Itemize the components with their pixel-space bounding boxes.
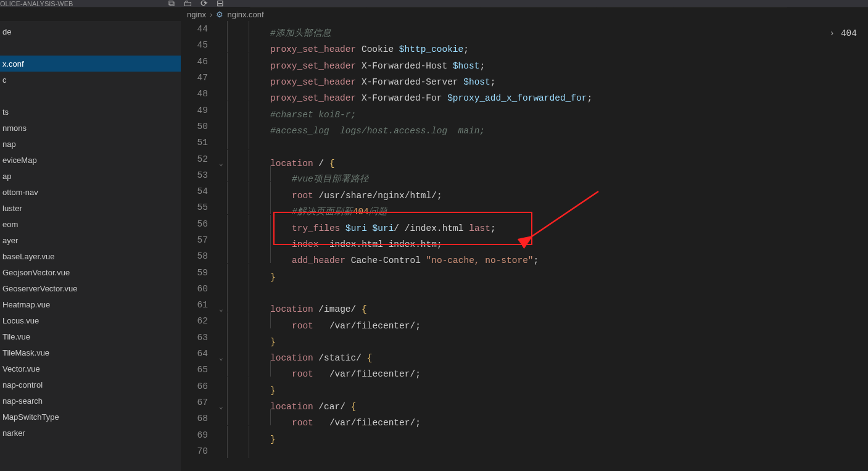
explorer-item[interactable]: eviceMap: [0, 152, 181, 168]
explorer-item[interactable]: nap: [0, 136, 181, 152]
code-line[interactable]: 54root /usr/share/nginx/html/;: [181, 183, 868, 199]
explorer-item[interactable]: ap: [0, 168, 181, 184]
line-number: 70: [181, 446, 220, 456]
code-line[interactable]: 60: [181, 281, 868, 297]
fold-icon[interactable]: ⌄: [219, 305, 223, 313]
explorer-item[interactable]: Heatmap.vue: [0, 296, 181, 312]
breadcrumb-item[interactable]: nginx.conf: [227, 10, 263, 19]
explorer-item[interactable]: nap-control: [0, 377, 181, 393]
code-line[interactable]: 48proxy_set_header X-Forwarded-For $prox…: [181, 86, 868, 102]
code-line[interactable]: 53#vue项目部署路径: [181, 167, 868, 183]
code-line[interactable]: 52⌄location / {: [181, 151, 868, 167]
line-number: 50: [181, 122, 220, 131]
explorer-item[interactable]: eom: [0, 216, 181, 232]
explorer-item[interactable]: ottom-nav: [0, 184, 181, 200]
explorer-item[interactable]: ayer: [0, 232, 181, 248]
explorer-item[interactable]: [0, 40, 181, 56]
line-number: 57: [181, 235, 220, 245]
chevron-right-icon: ›: [210, 10, 212, 19]
collapse-icon[interactable]: ⊟: [217, 0, 224, 7]
breadcrumb-item[interactable]: nginx: [187, 10, 206, 19]
line-number: 52: [181, 154, 220, 164]
line-number: 46: [181, 57, 220, 67]
explorer-item[interactable]: narker: [0, 425, 181, 441]
code-line[interactable]: 69}: [181, 427, 868, 443]
explorer-item[interactable]: baseLayer.vue: [0, 248, 181, 264]
explorer-item[interactable]: de: [0, 23, 181, 40]
explorer-item[interactable]: TileMask.vue: [0, 344, 181, 361]
code-line[interactable]: 70: [181, 443, 868, 459]
explorer-item[interactable]: MapSwitchType: [0, 409, 181, 425]
app-root: OLICE-ANALYSIS-WEB ⧉ 🗀 ⟳ ⊟ ⚙nginx.conf⬡v…: [0, 0, 868, 471]
code-line[interactable]: 50#access_log logs/host.access.log main;: [181, 119, 868, 135]
new-folder-icon[interactable]: 🗀: [183, 0, 192, 7]
explorer-item[interactable]: GeoserverVector.vue: [0, 280, 181, 296]
explorer-item[interactable]: ts: [0, 104, 181, 120]
code-line[interactable]: 46proxy_set_header X-Forwarded-Host $hos…: [181, 54, 868, 70]
line-number: 68: [181, 414, 220, 423]
window-title: OLICE-ANALYSIS-WEB: [0, 0, 73, 7]
code-line[interactable]: 68root /var/filecenter/;: [181, 411, 868, 427]
fold-icon[interactable]: ⌄: [219, 354, 223, 362]
code-line[interactable]: 61⌄location /image/ {: [181, 297, 868, 313]
explorer-item[interactable]: c: [0, 72, 181, 88]
line-number: 60: [181, 284, 220, 294]
explorer-item[interactable]: nmons: [0, 120, 181, 136]
line-number: 47: [181, 73, 220, 83]
code-line[interactable]: 64⌄location /static/ {: [181, 346, 868, 362]
line-number: 53: [181, 170, 220, 180]
code-line[interactable]: 56try_files $uri $uri/ /index.html last;: [181, 216, 868, 232]
code-text: [227, 442, 270, 461]
line-number: 58: [181, 251, 220, 261]
code-line[interactable]: 51: [181, 135, 868, 151]
line-number: 45: [181, 40, 220, 50]
explorer-item[interactable]: nap-search: [0, 393, 181, 409]
line-number: 62: [181, 316, 220, 326]
line-number: 44: [181, 24, 220, 34]
new-file-icon[interactable]: ⧉: [168, 0, 175, 7]
explorer-item[interactable]: Vector.vue: [0, 361, 181, 377]
explorer-item[interactable]: [0, 88, 181, 104]
line-number: 59: [181, 268, 220, 278]
explorer-item[interactable]: GeojsonVector.vue: [0, 264, 181, 280]
workbench-body: dex.confctsnmonsnapeviceMapapottom-navlu…: [0, 21, 868, 471]
line-number: 65: [181, 365, 220, 375]
code-line[interactable]: 49#charset koi8-r;: [181, 102, 868, 118]
code-line[interactable]: 58add_header Cache-Control "no-cache, no…: [181, 248, 868, 264]
refresh-icon[interactable]: ⟳: [200, 0, 208, 7]
line-number: 66: [181, 381, 220, 391]
line-number: 55: [181, 202, 220, 212]
code-line[interactable]: 44#添加头部信息: [181, 21, 868, 37]
title-bar: OLICE-ANALYSIS-WEB ⧉ 🗀 ⟳ ⊟: [0, 0, 868, 7]
explorer-item[interactable]: x.conf: [0, 56, 181, 72]
line-number: 48: [181, 89, 220, 99]
explorer-item[interactable]: luster: [0, 200, 181, 216]
line-number: 67: [181, 398, 220, 407]
line-number: 61: [181, 300, 220, 310]
code-line[interactable]: 66}: [181, 378, 868, 394]
breadcrumb[interactable]: nginx › ⚙ nginx.conf: [0, 7, 868, 21]
line-number: 49: [181, 106, 220, 115]
code-line[interactable]: 57index index.html index.htm;: [181, 232, 868, 248]
code-line[interactable]: 62root /var/filecenter/;: [181, 313, 868, 329]
line-number: 54: [181, 186, 220, 196]
code-line[interactable]: 47proxy_set_header X-Forwarded-Server $h…: [181, 70, 868, 86]
line-number: 69: [181, 430, 220, 440]
fold-icon[interactable]: ⌄: [219, 159, 223, 167]
fold-icon[interactable]: ⌄: [219, 402, 223, 411]
line-number: 51: [181, 138, 220, 148]
line-number: 63: [181, 333, 220, 343]
line-number: 64: [181, 349, 220, 359]
code-line[interactable]: 63}: [181, 330, 868, 346]
line-number: 56: [181, 219, 220, 229]
code-area[interactable]: 44#添加头部信息45proxy_set_header Cookie $http…: [181, 21, 868, 471]
explorer-item[interactable]: Locus.vue: [0, 312, 181, 328]
code-line[interactable]: 45proxy_set_header Cookie $http_cookie;: [181, 37, 868, 53]
file-explorer[interactable]: dex.confctsnmonsnapeviceMapapottom-navlu…: [0, 21, 181, 471]
explorer-item[interactable]: Tile.vue: [0, 328, 181, 344]
code-line[interactable]: 55#解决页面刷新404问题: [181, 199, 868, 215]
code-line[interactable]: 67⌄location /car/ {: [181, 394, 868, 411]
code-line[interactable]: 65root /var/filecenter/;: [181, 362, 868, 378]
code-line[interactable]: 59}: [181, 264, 868, 280]
code-editor[interactable]: › 404 44#添加头部信息45proxy_set_header Cookie…: [181, 21, 868, 471]
